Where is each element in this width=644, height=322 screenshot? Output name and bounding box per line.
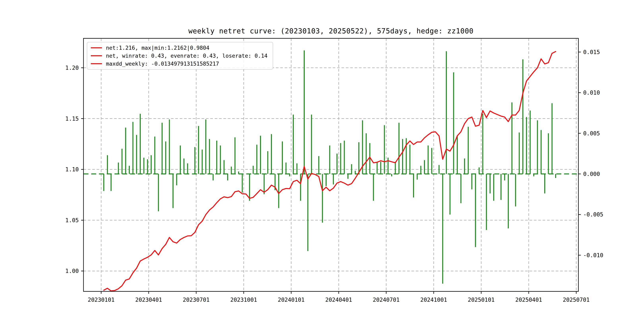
red-line-swatch (91, 63, 102, 64)
x-axis-tick-label: 20250401 (516, 296, 542, 303)
legend-label-net: net:1.216, max|min:1.2162|0.9804 (106, 45, 209, 51)
red-line-swatch (91, 55, 102, 56)
chart-title: weekly netret curve: (20230103, 20250522… (84, 27, 578, 35)
left-axis-tick-label: 1.00 (66, 268, 79, 274)
legend-item-winrate: net, winrate: 0.43, evenrate: 0.43, lose… (91, 53, 268, 59)
right-axis-tick-label: 0.000 (583, 171, 600, 177)
red-line-swatch (91, 47, 102, 48)
right-axis-tick-label: 0.010 (583, 90, 600, 96)
x-axis-tick-label: 20240701 (373, 296, 400, 303)
legend-label-winrate: net, winrate: 0.43, evenrate: 0.43, lose… (106, 53, 268, 59)
left-axis-tick-label: 1.15 (66, 116, 79, 122)
right-axis-tick-label: 0.015 (583, 49, 600, 56)
legend-item-net: net:1.216, max|min:1.2162|0.9804 (91, 45, 268, 51)
x-axis-tick-label: 20250101 (468, 296, 495, 303)
left-axis-tick-label: 1.10 (66, 166, 79, 173)
x-axis-tick-label: 20240101 (278, 296, 305, 303)
x-axis-tick-label: 20241001 (420, 296, 447, 303)
x-axis-tick-label: 20230101 (88, 296, 115, 303)
x-axis-tick-label: 20250701 (563, 296, 590, 303)
right-axis-tick-label: -0.005 (583, 211, 603, 218)
legend-box: net:1.216, max|min:1.2162|0.9804 net, wi… (87, 42, 273, 70)
legend-label-maxdd: maxdd_weekly: -0.013497913151585217 (106, 60, 219, 67)
x-axis-tick-label: 20240401 (326, 296, 352, 303)
left-axis-tick-label: 1.20 (66, 64, 79, 71)
right-axis-tick-label: -0.010 (583, 252, 603, 258)
x-axis-tick-label: 20230701 (183, 296, 210, 303)
x-axis-tick-label: 20231001 (230, 296, 257, 303)
x-axis-tick-label: 20230401 (135, 296, 162, 303)
right-axis-tick-label: 0.005 (583, 130, 600, 137)
legend-item-maxdd: maxdd_weekly: -0.013497913151585217 (91, 60, 268, 67)
left-axis-tick-label: 1.05 (66, 217, 79, 224)
